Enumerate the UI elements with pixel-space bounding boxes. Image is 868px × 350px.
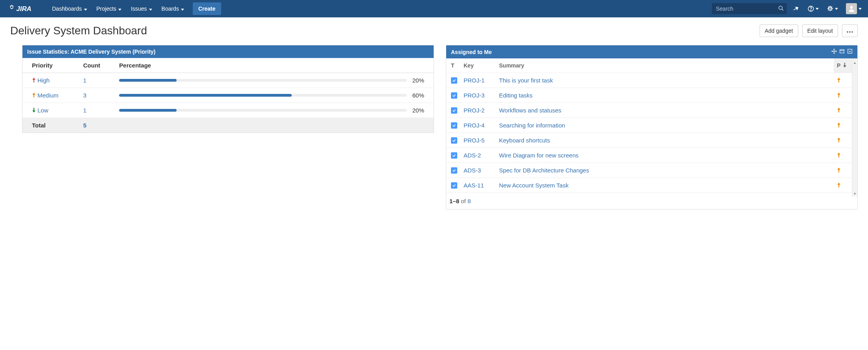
priority-link[interactable]: Low [37, 107, 48, 114]
count-link[interactable]: 3 [83, 92, 86, 99]
issue-key-link[interactable]: ADS-2 [464, 152, 481, 159]
issue-summary-link[interactable]: Searching for information [499, 122, 565, 129]
issue-summary-link[interactable]: This is your first task [499, 77, 553, 84]
svg-point-10 [849, 31, 851, 33]
scroll-down-icon[interactable]: ▾ [854, 191, 856, 197]
issue-summary-link[interactable]: Keyboard shortcuts [499, 137, 550, 144]
task-type-icon [451, 107, 457, 114]
issue-key-link[interactable]: PROJ-2 [464, 107, 484, 114]
assigned-row: PROJ-4Searching for information [446, 118, 857, 133]
stats-row: Low120% [22, 103, 434, 118]
scrollbar[interactable]: ▴ ▾ [852, 60, 857, 197]
ellipsis-icon [846, 28, 853, 34]
stats-row: Medium360% [22, 88, 434, 103]
svg-point-7 [810, 10, 811, 11]
percentage-bar [119, 79, 407, 82]
search-input[interactable] [712, 3, 787, 14]
issue-summary-link[interactable]: Editing tasks [499, 92, 533, 99]
issue-key-link[interactable]: PROJ-1 [464, 77, 484, 84]
task-type-icon [451, 167, 457, 174]
issue-key-link[interactable]: PROJ-5 [464, 137, 484, 144]
task-type-icon [451, 122, 457, 129]
profile-menu[interactable] [844, 1, 864, 17]
issue-summary-link[interactable]: Wire Diagram for new screens [499, 152, 579, 159]
caret-down-icon [181, 6, 184, 12]
issue-statistics-gadget: Issue Statistics: ACME Delivery System (… [22, 45, 434, 133]
svg-point-8 [850, 6, 853, 9]
nav-right [712, 1, 864, 17]
count-link[interactable]: 1 [83, 107, 86, 114]
add-gadget-button[interactable]: Add gadget [760, 24, 798, 37]
nav-label: Issues [131, 6, 147, 12]
nav-projects[interactable]: Projects [92, 0, 127, 17]
dropdown-icon[interactable] [847, 49, 853, 55]
settings-icon[interactable] [824, 3, 840, 15]
col-type[interactable]: T [446, 58, 460, 73]
feedback-icon[interactable] [790, 3, 802, 15]
priority-icon [837, 182, 841, 189]
help-icon[interactable] [805, 3, 821, 15]
assigned-table: T Key Summary P PROJ-1This is your first… [446, 58, 857, 193]
nav-issues[interactable]: Issues [126, 0, 156, 17]
more-actions-button[interactable] [842, 24, 858, 37]
priority-icon [837, 77, 841, 84]
issue-summary-link[interactable]: Workflows and statuses [499, 107, 561, 114]
svg-rect-12 [840, 50, 844, 53]
create-button[interactable]: Create [193, 2, 221, 15]
gadget-header: Issue Statistics: ACME Delivery System (… [22, 45, 434, 58]
assigned-row: PROJ-5Keyboard shortcuts [446, 133, 857, 148]
issue-summary-link[interactable]: New Account System Task [499, 182, 568, 189]
assigned-row: ADS-2Wire Diagram for new screens [446, 148, 857, 163]
task-type-icon [451, 77, 457, 84]
jira-logo[interactable]: JIRA [8, 4, 39, 13]
page-header: Delivery System Dashboard Add gadget Edi… [0, 17, 868, 41]
total-count-link[interactable]: 5 [83, 122, 86, 129]
stats-table: Priority Count Percentage High120%Medium… [22, 58, 434, 133]
svg-point-11 [851, 31, 853, 33]
priority-icon [837, 167, 841, 174]
priority-icon [837, 152, 841, 159]
nav-boards[interactable]: Boards [157, 0, 189, 17]
col-summary[interactable]: Summary [496, 58, 834, 73]
priority-link[interactable]: Medium [37, 92, 58, 99]
nav-label: Boards [162, 6, 179, 12]
header-actions: Add gadget Edit layout [760, 24, 858, 37]
dashboard-col-right: Assigned to Me T Ke [446, 45, 858, 210]
issue-summary-link[interactable]: Spec for DB Architecture Changes [499, 167, 589, 174]
pager: 1–8 of 8 [446, 193, 857, 209]
move-icon[interactable] [831, 49, 837, 55]
percentage-bar [119, 109, 407, 112]
gadget-title: Assigned to Me [451, 49, 831, 55]
col-key[interactable]: Key [460, 58, 496, 73]
nav-dashboards[interactable]: Dashboards [47, 0, 92, 17]
minimize-icon[interactable] [839, 49, 845, 55]
total-label: Total [22, 118, 74, 133]
issue-key-link[interactable]: ADS-3 [464, 167, 481, 174]
edit-layout-button[interactable]: Edit layout [802, 24, 838, 37]
svg-rect-14 [848, 49, 852, 54]
svg-point-0 [10, 6, 11, 7]
count-link[interactable]: 1 [83, 77, 86, 84]
svg-text:JIRA: JIRA [16, 5, 31, 13]
col-percentage: Percentage [110, 58, 434, 73]
priority-link[interactable]: High [37, 77, 50, 84]
dashboard-grid: Issue Statistics: ACME Delivery System (… [0, 41, 868, 217]
pager-of: of [459, 198, 468, 204]
sort-desc-icon [843, 62, 847, 69]
issue-key-link[interactable]: AAS-11 [464, 182, 484, 189]
pager-total-link[interactable]: 8 [468, 198, 471, 204]
priority-icon [837, 107, 841, 114]
issue-key-link[interactable]: PROJ-3 [464, 92, 484, 99]
issue-key-link[interactable]: PROJ-4 [464, 122, 484, 129]
gadget-title: Issue Statistics: ACME Delivery System (… [27, 49, 429, 55]
col-count: Count [74, 58, 110, 73]
scroll-up-icon[interactable]: ▴ [854, 60, 856, 66]
task-type-icon [451, 152, 457, 159]
caret-down-icon [118, 6, 121, 12]
stats-row: High120% [22, 73, 434, 88]
page-title: Delivery System Dashboard [10, 24, 760, 37]
priority-arrow-icon [32, 77, 36, 84]
caret-down-icon [84, 6, 87, 12]
assigned-row: AAS-11New Account System Task [446, 178, 857, 193]
col-priority: Priority [22, 58, 74, 73]
